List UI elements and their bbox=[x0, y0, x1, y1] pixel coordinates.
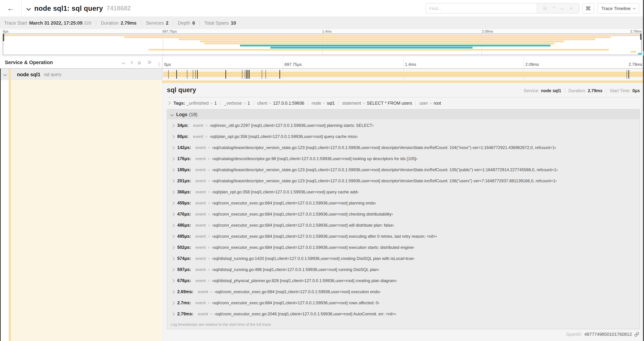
vertical-scrollbar[interactable] bbox=[643, 0, 644, 341]
log-expand-chevron-icon[interactable] bbox=[171, 124, 175, 127]
log-entry[interactable]: 201μs:event=‹sql/catalog/lease/descripto… bbox=[167, 175, 640, 186]
log-equals: = bbox=[208, 267, 210, 272]
log-timestamp: 476μs: bbox=[177, 212, 191, 217]
log-tick bbox=[280, 70, 280, 79]
log-entry[interactable]: 2.69ms:event=‹sql/conn_executor_exec.go:… bbox=[167, 286, 640, 297]
log-entry[interactable]: 678μs:event=‹sql/distsql_physical_planne… bbox=[167, 275, 640, 286]
log-expand-chevron-icon[interactable] bbox=[171, 257, 175, 260]
trace-view-label: Trace Timeline bbox=[601, 6, 631, 11]
meta-separator bbox=[606, 88, 606, 93]
find-next-icon[interactable] bbox=[561, 7, 564, 10]
log-expand-chevron-icon[interactable] bbox=[171, 290, 175, 293]
log-expand-chevron-icon[interactable] bbox=[171, 301, 175, 305]
tag-item[interactable]: user=root bbox=[420, 101, 441, 106]
tag-item[interactable]: _unfinished=1 bbox=[186, 101, 217, 106]
log-expand-chevron-icon[interactable] bbox=[171, 135, 175, 138]
log-timestamp: 2.7ms: bbox=[177, 300, 191, 305]
ruler-label: 697.75μs bbox=[283, 62, 302, 67]
find-tools: × bbox=[536, 4, 579, 13]
tag-item[interactable]: _verbose=1 bbox=[224, 101, 250, 106]
log-entry[interactable]: 189μs:event=‹sql/catalog/lease/descripto… bbox=[167, 164, 640, 175]
log-expand-chevron-icon[interactable] bbox=[171, 168, 175, 172]
tags-expand-chevron-icon[interactable] bbox=[167, 101, 170, 105]
logs-header[interactable]: Logs (18) bbox=[167, 110, 640, 119]
log-tick bbox=[266, 70, 266, 79]
log-expand-chevron-icon[interactable] bbox=[171, 312, 175, 316]
log-entry[interactable]: 34μs:event=‹sql/exec_util.go:2297 [nsql1… bbox=[167, 120, 640, 131]
span-timeline-cell[interactable] bbox=[162, 69, 644, 80]
minimap-span-row bbox=[3, 39, 641, 41]
tag-value: 127.0.0.1:59936 bbox=[273, 101, 304, 106]
log-tick bbox=[248, 70, 248, 79]
log-expand-chevron-icon[interactable] bbox=[171, 190, 175, 194]
log-field-key: event bbox=[196, 156, 206, 161]
logs-collapse-chevron-icon[interactable] bbox=[170, 113, 174, 116]
log-expand-chevron-icon[interactable] bbox=[171, 268, 175, 271]
back-button[interactable]: ← bbox=[0, 0, 22, 17]
find-clear-icon[interactable]: × bbox=[570, 6, 572, 11]
meta-label: Start Time: bbox=[610, 88, 631, 93]
deep-link-icon[interactable] bbox=[634, 332, 639, 337]
minimap-span-bar bbox=[630, 51, 636, 53]
tags-row[interactable]: Tags: _unfinished=1_verbose=1client=127.… bbox=[167, 97, 640, 108]
log-entry[interactable]: 495μs:event=‹sql/conn_executor_exec.go:6… bbox=[167, 231, 640, 242]
meta-label: Duration: bbox=[568, 88, 586, 93]
log-entry[interactable]: 459μs:event=‹sql/conn_executor_exec.go:6… bbox=[167, 198, 640, 209]
log-entry[interactable]: 486μs:event=‹sql/conn_executor_exec.go:6… bbox=[167, 220, 640, 231]
log-entry[interactable]: 476μs:event=‹sql/conn_executor_exec.go:6… bbox=[167, 209, 640, 220]
minimap-right-scrubber[interactable] bbox=[640, 34, 642, 40]
log-equals: = bbox=[208, 179, 210, 183]
log-expand-chevron-icon[interactable] bbox=[171, 246, 175, 249]
log-entry[interactable]: 2.79ms:event=‹sql/conn_executor_exec.go:… bbox=[167, 308, 640, 319]
minimap-span-bar bbox=[638, 53, 641, 55]
log-timestamp: 502μs: bbox=[177, 245, 191, 250]
ruler-label: 1.4ms bbox=[403, 62, 416, 67]
log-entry[interactable]: 366μs:event=‹sql/plan_opt.go:358 [nsql1,… bbox=[167, 186, 640, 198]
locate-icon[interactable] bbox=[543, 7, 547, 10]
log-equals: = bbox=[210, 312, 212, 316]
collapse-trace-chevron-icon[interactable] bbox=[26, 6, 31, 11]
log-timestamp: 459μs: bbox=[177, 201, 191, 205]
collapse-all-icon[interactable] bbox=[138, 60, 142, 65]
log-entry[interactable]: 574μs:event=‹sql/distsql_running.go:1420… bbox=[167, 253, 640, 264]
minimap-left-scrubber[interactable] bbox=[3, 34, 4, 41]
expand-one-icon[interactable] bbox=[129, 61, 133, 64]
summary-item: Services2 bbox=[146, 21, 168, 26]
log-tick bbox=[242, 70, 242, 79]
span-name-cell[interactable]: node sql1 sql query bbox=[0, 69, 162, 80]
tag-key: _verbose bbox=[224, 101, 242, 106]
tag-key: node bbox=[312, 101, 321, 106]
find-input[interactable] bbox=[426, 4, 536, 13]
expand-all-icon[interactable] bbox=[147, 60, 151, 65]
log-expand-chevron-icon[interactable] bbox=[171, 157, 175, 160]
collapse-one-icon[interactable] bbox=[122, 61, 125, 64]
log-entry[interactable]: 2.7ms:event=‹sql/conn_executor_exec.go:6… bbox=[167, 297, 640, 308]
log-entry[interactable]: 502μs:event=‹sql/conn_executor_exec.go:6… bbox=[167, 242, 640, 253]
keyboard-shortcuts-button[interactable]: ⌘ bbox=[582, 3, 594, 14]
log-expand-chevron-icon[interactable] bbox=[171, 146, 175, 149]
tag-item[interactable]: client=127.0.0.1:59936 bbox=[257, 101, 304, 106]
log-entry[interactable]: 142μs:event=‹sql/catalog/lease/descripto… bbox=[167, 142, 640, 153]
log-timestamp: 495μs: bbox=[177, 234, 191, 239]
span-collapse-chevron-icon[interactable] bbox=[3, 73, 7, 76]
trace-view-selector[interactable]: Trace Timeline bbox=[597, 3, 639, 14]
log-expand-chevron-icon[interactable] bbox=[171, 179, 175, 183]
log-tick bbox=[197, 70, 198, 79]
column-resize-grip[interactable] bbox=[158, 62, 160, 67]
log-entry[interactable]: 176μs:event=‹sql/catalog/descs/descripto… bbox=[167, 153, 640, 164]
span-row[interactable]: node sql1 sql query bbox=[0, 69, 644, 80]
log-entry[interactable]: 80μs:event=‹sql/plan_opt.go:358 [nsql1,c… bbox=[167, 131, 640, 142]
find-prev-icon[interactable] bbox=[553, 7, 556, 10]
log-expand-chevron-icon[interactable] bbox=[171, 235, 175, 238]
log-entry[interactable]: 597μs:event=‹sql/distsql_running.go:498 … bbox=[167, 264, 640, 275]
log-expand-chevron-icon[interactable] bbox=[171, 223, 175, 227]
log-expand-chevron-icon[interactable] bbox=[171, 212, 175, 216]
minimap-canvas[interactable] bbox=[3, 34, 642, 55]
tag-item[interactable]: node=sql1 bbox=[312, 101, 335, 106]
log-expand-chevron-icon[interactable] bbox=[171, 279, 175, 282]
log-expand-chevron-icon[interactable] bbox=[171, 201, 175, 205]
tag-item[interactable]: statement=SELECT * FROM users bbox=[342, 101, 412, 106]
ruler-label: 2.09ms bbox=[524, 62, 539, 67]
tag-value: sql1 bbox=[327, 101, 335, 106]
span-duration-bar[interactable] bbox=[163, 72, 643, 77]
